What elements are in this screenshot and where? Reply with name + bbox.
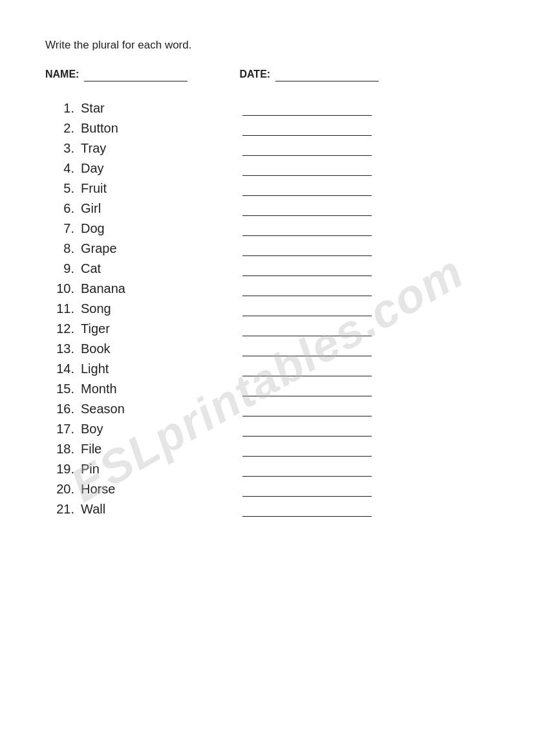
- list-item: 10.Banana: [45, 281, 489, 296]
- item-number: 7.: [45, 221, 81, 236]
- item-word: Cat: [81, 261, 165, 276]
- list-item: 6.Girl: [45, 201, 489, 216]
- list-item: 20.Horse: [45, 482, 489, 497]
- list-item: 14.Light: [45, 362, 489, 376]
- answer-line[interactable]: [242, 382, 372, 396]
- item-word: Fruit: [81, 181, 165, 196]
- header-row: NAME: DATE:: [45, 67, 489, 81]
- item-word: Book: [81, 341, 165, 356]
- answer-line[interactable]: [242, 402, 372, 416]
- item-word: Grape: [81, 241, 165, 256]
- list-item: 4.Day: [45, 161, 489, 176]
- list-item: 16.Season: [45, 402, 489, 416]
- date-label: DATE:: [239, 69, 270, 80]
- list-item: 3.Tray: [45, 141, 489, 156]
- answer-line[interactable]: [242, 182, 372, 196]
- answer-line[interactable]: [242, 142, 372, 156]
- date-field: DATE:: [239, 67, 379, 81]
- item-word: Song: [81, 301, 165, 316]
- list-item: 5.Fruit: [45, 181, 489, 196]
- list-item: 19.Pin: [45, 462, 489, 477]
- item-number: 8.: [45, 241, 81, 256]
- list-item: 21.Wall: [45, 502, 489, 517]
- list-item: 7.Dog: [45, 221, 489, 236]
- item-number: 11.: [45, 301, 81, 316]
- item-word: Boy: [81, 422, 165, 437]
- name-input-line[interactable]: [84, 67, 187, 81]
- answer-line[interactable]: [242, 122, 372, 136]
- item-number: 19.: [45, 462, 81, 477]
- name-label: NAME:: [45, 69, 79, 80]
- item-number: 5.: [45, 181, 81, 196]
- list-item: 12.Tiger: [45, 321, 489, 336]
- answer-line[interactable]: [242, 442, 372, 457]
- item-word: Wall: [81, 502, 165, 517]
- item-number: 9.: [45, 261, 81, 276]
- item-number: 1.: [45, 101, 81, 116]
- list-item: 18.File: [45, 442, 489, 457]
- list-item: 9.Cat: [45, 261, 489, 276]
- answer-line[interactable]: [242, 302, 372, 316]
- item-number: 4.: [45, 161, 81, 176]
- answer-line[interactable]: [242, 422, 372, 437]
- answer-line[interactable]: [242, 202, 372, 216]
- item-number: 10.: [45, 281, 81, 296]
- item-word: Pin: [81, 462, 165, 477]
- item-word: Banana: [81, 281, 165, 296]
- item-word: Girl: [81, 201, 165, 216]
- item-word: Light: [81, 362, 165, 376]
- answer-line[interactable]: [242, 362, 372, 376]
- item-number: 6.: [45, 201, 81, 216]
- item-number: 14.: [45, 362, 81, 376]
- answer-line[interactable]: [242, 482, 372, 497]
- list-item: 17.Boy: [45, 422, 489, 437]
- item-word: Tray: [81, 141, 165, 156]
- answer-line[interactable]: [242, 342, 372, 356]
- list-item: 1.Star: [45, 101, 489, 116]
- answer-line[interactable]: [242, 322, 372, 336]
- answer-line[interactable]: [242, 242, 372, 256]
- item-word: Dog: [81, 221, 165, 236]
- word-list: 1.Star2.Button3.Tray4.Day5.Fruit6.Girl7.…: [45, 101, 489, 517]
- item-word: Day: [81, 161, 165, 176]
- answer-line[interactable]: [242, 222, 372, 236]
- list-item: 8.Grape: [45, 241, 489, 256]
- list-item: 13.Book: [45, 341, 489, 356]
- list-item: 2.Button: [45, 121, 489, 136]
- item-word: File: [81, 442, 165, 457]
- answer-line[interactable]: [242, 462, 372, 477]
- instructions-text: Write the plural for each word.: [45, 39, 489, 52]
- answer-line[interactable]: [242, 162, 372, 176]
- name-field: NAME:: [45, 67, 187, 81]
- item-word: Horse: [81, 482, 165, 497]
- date-input-line[interactable]: [275, 67, 379, 81]
- item-word: Star: [81, 101, 165, 116]
- item-number: 2.: [45, 121, 81, 136]
- item-number: 18.: [45, 442, 81, 457]
- answer-line[interactable]: [242, 282, 372, 296]
- item-word: Month: [81, 382, 165, 396]
- item-number: 3.: [45, 141, 81, 156]
- list-item: 11.Song: [45, 301, 489, 316]
- item-number: 21.: [45, 502, 81, 517]
- item-number: 16.: [45, 402, 81, 416]
- answer-line[interactable]: [242, 262, 372, 276]
- item-number: 15.: [45, 382, 81, 396]
- item-number: 17.: [45, 422, 81, 437]
- item-number: 13.: [45, 341, 81, 356]
- answer-line[interactable]: [242, 502, 372, 517]
- item-word: Button: [81, 121, 165, 136]
- answer-line[interactable]: [242, 102, 372, 116]
- item-word: Season: [81, 402, 165, 416]
- item-word: Tiger: [81, 321, 165, 336]
- item-number: 12.: [45, 321, 81, 336]
- item-number: 20.: [45, 482, 81, 497]
- list-item: 15.Month: [45, 382, 489, 396]
